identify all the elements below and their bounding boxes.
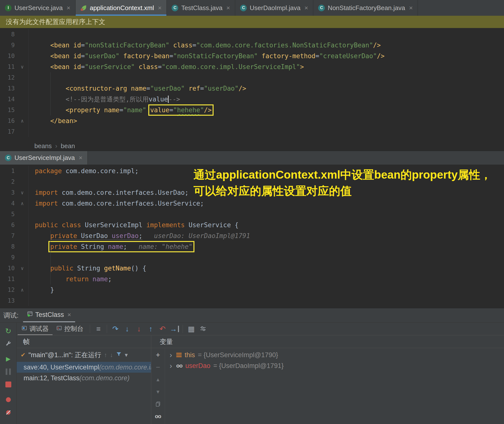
editor-tab-userserviceimpl[interactable]: C UserServiceImpl.java ×	[0, 151, 88, 165]
move-up-button[interactable]: ▲	[153, 375, 163, 384]
step-over-button[interactable]: ↷	[109, 323, 121, 335]
toolbar-separator	[107, 325, 107, 333]
variables-toolbar: + − ▲ ▼ oo	[151, 348, 165, 424]
close-icon[interactable]: ×	[304, 4, 308, 12]
stack-frame-row[interactable]: main:12, TestClass (com.demo.core)	[17, 373, 151, 383]
fold-open-icon[interactable]: ∨	[16, 61, 28, 72]
highlight-box: private String name; name: "hehehe"	[50, 243, 192, 250]
fold-close-icon[interactable]: ∧	[16, 115, 28, 126]
frames-panel: 帧 ✔ "main"@1...in": 正在运行 ↑ ↓ ▾ save:40, …	[17, 335, 151, 424]
remove-watch-button[interactable]: −	[153, 362, 163, 372]
line-number: 16	[0, 115, 16, 126]
prev-frame-icon[interactable]: ↑	[104, 352, 107, 358]
more-icons-indicator[interactable]: »	[3, 420, 14, 424]
expand-chevron-icon[interactable]: ›	[168, 362, 173, 370]
editor-tab[interactable]: applicationContext.xml×	[76, 0, 167, 16]
close-icon[interactable]: ×	[68, 311, 71, 319]
spring-config-icon	[81, 5, 87, 11]
editor-tab[interactable]: CUserDaoImpl.java×	[235, 0, 313, 16]
resume-button[interactable]: ▶	[3, 353, 14, 364]
debug-body: ↻ ▶ » 调试器	[0, 323, 504, 424]
next-frame-icon[interactable]: ↓	[110, 352, 113, 358]
mute-breakpoints-button[interactable]	[3, 407, 14, 418]
toolbar-separator	[90, 325, 90, 333]
tab-debugger[interactable]: 调试器	[18, 323, 53, 335]
run-to-cursor-button[interactable]: →	[168, 323, 180, 335]
indent-guide	[50, 230, 51, 284]
add-watch-button[interactable]: +	[153, 350, 163, 360]
code-line: 6public class UserServiceImpl implements…	[0, 220, 504, 230]
settings-wrench-button[interactable]	[3, 338, 14, 349]
secondary-tab-bar: C UserServiceImpl.java ×	[0, 151, 504, 165]
frame-text: save:40, UserServiceImpl	[24, 364, 99, 371]
fold-open-icon[interactable]: ∨	[16, 263, 28, 274]
tab-label: UserServiceImpl.java	[14, 154, 75, 162]
view-options-button[interactable]	[197, 323, 209, 335]
layout-grid-button[interactable]: ▦	[185, 323, 197, 335]
line-number: 10	[0, 51, 16, 61]
code-text	[28, 126, 35, 137]
stack-frame-row[interactable]: save:40, UserServiceImpl (com.demo.core.…	[17, 362, 151, 373]
fold-gutter	[16, 126, 28, 137]
variable-row[interactable]: ›oouserDao = {UserDaoImpl@1791}	[165, 360, 504, 371]
stop-button[interactable]	[3, 379, 14, 390]
fold-close-icon[interactable]: ∧	[16, 284, 28, 295]
line-number: 11	[0, 274, 16, 284]
fold-gutter	[16, 72, 28, 83]
line-number: 9	[0, 40, 16, 51]
drop-frame-button[interactable]: ↶	[157, 323, 168, 335]
editor-tab[interactable]: CNonStaticFactoryBean.java×	[313, 0, 418, 16]
variable-row[interactable]: ›this = {UserServiceImpl@1790}	[165, 350, 504, 360]
value-icon	[176, 353, 182, 357]
annotation-text: 通过applicationContext.xml中设置bean的property…	[193, 167, 491, 199]
fold-open-icon[interactable]: ∨	[16, 187, 28, 198]
breadcrumb-item-beans[interactable]: beans	[34, 142, 52, 150]
fold-close-icon[interactable]: ∧	[16, 198, 28, 209]
force-step-into-button[interactable]: ↓	[133, 323, 145, 335]
code-text: <property name="name" value="hehehe"/>	[28, 105, 212, 115]
annotation-line-2: 可以给对应的属性设置对应的值	[193, 183, 491, 199]
tab-console[interactable]: 控制台	[53, 323, 87, 335]
copy-button[interactable]	[153, 399, 163, 409]
editor-tab[interactable]: IUserService.java×	[0, 0, 76, 16]
code-text	[28, 29, 35, 40]
debug-toolbar: 调试器 控制台 ≡ ↷ ↓ ↓ ↑ ↶ → ▦	[17, 323, 504, 335]
expand-chevron-icon[interactable]: ›	[168, 351, 173, 359]
cursor-bar-icon	[178, 326, 179, 332]
view-breakpoints-button[interactable]	[3, 394, 14, 405]
close-icon[interactable]: ×	[409, 4, 413, 12]
code-text: package com.demo.core.impl;	[28, 166, 139, 176]
console-icon	[56, 325, 62, 333]
breadcrumb-separator-icon: ›	[55, 142, 57, 150]
debug-session-tab[interactable]: TestClass ×	[23, 308, 75, 322]
line-number: 1	[0, 166, 16, 176]
thread-status-row[interactable]: ✔ "main"@1...in": 正在运行 ↑ ↓ ▾	[17, 348, 151, 362]
layout-settings-icon[interactable]: ≡	[93, 323, 104, 335]
close-icon[interactable]: ×	[67, 4, 70, 12]
step-into-button[interactable]: ↓	[121, 323, 133, 335]
xml-editor[interactable]: 89 <bean id="nonStaticFactoryBean" class…	[0, 28, 504, 141]
breadcrumb-item-bean[interactable]: bean	[61, 142, 75, 150]
rerun-button[interactable]: ↻	[3, 325, 14, 336]
close-icon[interactable]: ×	[226, 4, 230, 12]
variables-panel: 变量 + − ▲ ▼ oo ›this = {UserService	[151, 335, 504, 424]
move-down-button[interactable]: ▼	[153, 387, 163, 397]
close-icon[interactable]: ×	[79, 154, 82, 162]
step-out-button[interactable]: ↑	[145, 323, 157, 335]
code-text: <bean id="userService" class="com.demo.c…	[28, 61, 304, 72]
line-number: 8	[0, 241, 16, 252]
tab-label: UserDaoImpl.java	[250, 4, 300, 12]
java-editor[interactable]: 1package com.demo.core.impl;23∨import co…	[0, 165, 504, 308]
thread-dropdown-icon[interactable]: ▾	[125, 352, 128, 358]
pause-icon	[6, 368, 11, 375]
line-number: 17	[0, 126, 16, 137]
editor-tab[interactable]: CTestClass.java×	[167, 0, 235, 16]
filter-frames-icon[interactable]	[116, 351, 122, 359]
code-text: return name;	[28, 274, 112, 284]
close-icon[interactable]: ×	[158, 4, 162, 12]
tab-label: NonStaticFactoryBean.java	[328, 4, 405, 12]
line-number: 11	[0, 61, 16, 72]
pause-button[interactable]	[3, 366, 14, 377]
watches-toggle-button[interactable]: oo	[153, 411, 163, 421]
line-number: 6	[0, 220, 16, 230]
